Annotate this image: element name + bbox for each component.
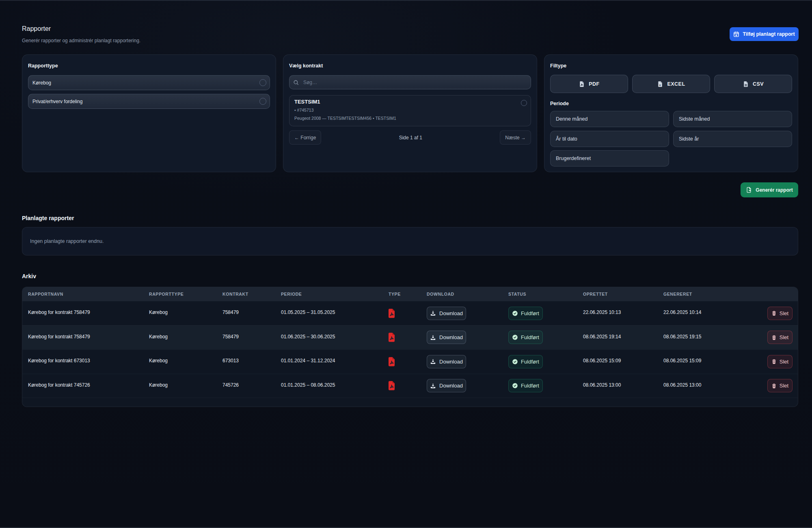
svg-text:x: x [659,83,661,86]
